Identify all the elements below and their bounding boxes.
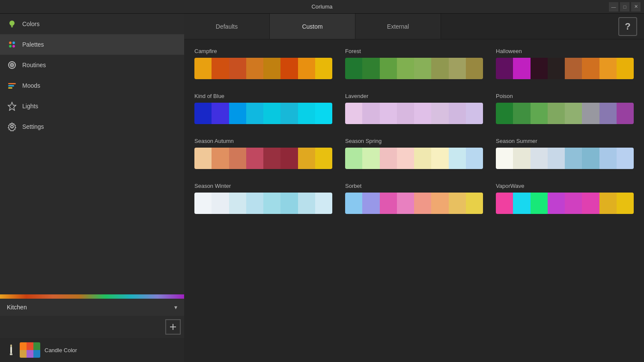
minimize-button[interactable]: — [609, 2, 618, 12]
help-button[interactable]: ? [618, 17, 637, 36]
swatch [194, 58, 212, 79]
swatch [548, 58, 565, 79]
swatch [246, 193, 263, 214]
palette-card-kind-of-blue[interactable]: Kind of Blue [194, 93, 332, 124]
svg-point-6 [12, 45, 15, 47]
swatch [531, 58, 548, 79]
palette-card-poison[interactable]: Poison [496, 93, 634, 124]
swatch [565, 148, 582, 169]
moods-label: Moods [22, 82, 40, 89]
palettes-grid: CampfireForestHalloweenKind of BlueLaven… [184, 39, 644, 223]
swatch [513, 103, 530, 124]
swatch [582, 103, 599, 124]
swatch [513, 193, 530, 214]
palette-card-forest[interactable]: Forest [345, 48, 483, 79]
palette-name-season-summer: Season Summer [496, 138, 634, 144]
light-palette-thumb [20, 342, 40, 358]
swatch [315, 193, 332, 214]
sidebar-item-lights[interactable]: Lights [0, 96, 184, 116]
swatch [466, 148, 483, 169]
swatch [496, 148, 513, 169]
titlebar: Corluma — □ ✕ [0, 0, 644, 14]
palette-swatches-season-winter [194, 193, 332, 214]
swatch [414, 58, 431, 79]
colors-label: Colors [22, 21, 39, 27]
candle-icon [7, 344, 15, 356]
swatch [280, 148, 298, 169]
swatch [617, 148, 634, 169]
swatch [599, 193, 617, 214]
swatch [414, 193, 431, 214]
swatch [548, 193, 565, 214]
swatch [599, 103, 617, 124]
sidebar-item-moods[interactable]: Moods [0, 75, 184, 96]
sidebar-item-colors[interactable]: Colors [0, 14, 184, 34]
svg-rect-20 [10, 353, 12, 355]
maximize-button[interactable]: □ [620, 2, 629, 12]
swatch [212, 193, 229, 214]
swatch [582, 148, 599, 169]
swatch [449, 148, 466, 169]
swatch [246, 103, 263, 124]
lights-label: Lights [22, 103, 38, 110]
sidebar-item-palettes[interactable]: Palettes [0, 34, 184, 55]
app-body: Colors Palettes [0, 14, 644, 362]
routines-icon [7, 60, 17, 70]
swatch [298, 58, 315, 79]
swatch [548, 148, 565, 169]
palette-card-season-summer[interactable]: Season Summer [496, 138, 634, 169]
swatch [582, 58, 599, 79]
bulb-icon [7, 19, 17, 29]
light-item-candle-color[interactable]: Candle Color [0, 338, 184, 362]
svg-marker-13 [8, 102, 16, 110]
palette-card-halloween[interactable]: Halloween [496, 48, 634, 79]
close-button[interactable]: ✕ [631, 2, 641, 12]
swatch [617, 193, 634, 214]
add-light-button[interactable] [165, 319, 181, 335]
swatch [345, 148, 362, 169]
sidebar-item-routines[interactable]: Routines [0, 55, 184, 75]
swatch [380, 58, 397, 79]
swatch [246, 148, 263, 169]
sidebar: Colors Palettes [0, 14, 184, 362]
swatch [229, 103, 246, 124]
swatch [194, 103, 212, 124]
swatch [345, 193, 362, 214]
palette-bar [0, 294, 184, 299]
palettes-label: Palettes [22, 41, 44, 48]
palette-card-campfire[interactable]: Campfire [194, 48, 332, 79]
svg-rect-11 [8, 85, 14, 86]
palette-card-lavender[interactable]: Lavender [345, 93, 483, 124]
palette-card-season-winter[interactable]: Season Winter [194, 183, 332, 214]
room-dropdown[interactable]: Kitchen ▾ [0, 299, 184, 316]
svg-point-5 [9, 45, 12, 47]
swatch [229, 148, 246, 169]
palette-card-vaporwave[interactable]: VaporWave [496, 183, 634, 214]
window-controls: — □ ✕ [609, 2, 641, 12]
palette-name-kind-of-blue: Kind of Blue [194, 93, 332, 99]
swatch [362, 103, 379, 124]
swatch [315, 148, 332, 169]
tab-defaults[interactable]: Defaults [184, 14, 270, 39]
tab-external[interactable]: External [355, 14, 441, 39]
palette-swatches-poison [496, 103, 634, 124]
svg-point-4 [12, 42, 15, 44]
palette-card-sorbet[interactable]: Sorbet [345, 183, 483, 214]
tabs-bar: Defaults Custom External ? [184, 14, 644, 39]
palette-card-season-spring[interactable]: Season Spring [345, 138, 483, 169]
swatch [431, 58, 448, 79]
swatch [280, 103, 298, 124]
palette-name-lavender: Lavender [345, 93, 483, 99]
palette-card-season-autumn[interactable]: Season Autumn [194, 138, 332, 169]
swatch [599, 148, 617, 169]
swatch [380, 193, 397, 214]
palette-swatches-vaporwave [496, 193, 634, 214]
tab-custom[interactable]: Custom [270, 14, 355, 39]
palette-swatches-season-spring [345, 148, 483, 169]
swatch [548, 103, 565, 124]
swatch [263, 193, 280, 214]
routines-label: Routines [22, 62, 46, 68]
sidebar-item-settings[interactable]: Settings [0, 116, 184, 137]
palette-icon [7, 39, 17, 50]
swatch [449, 193, 466, 214]
